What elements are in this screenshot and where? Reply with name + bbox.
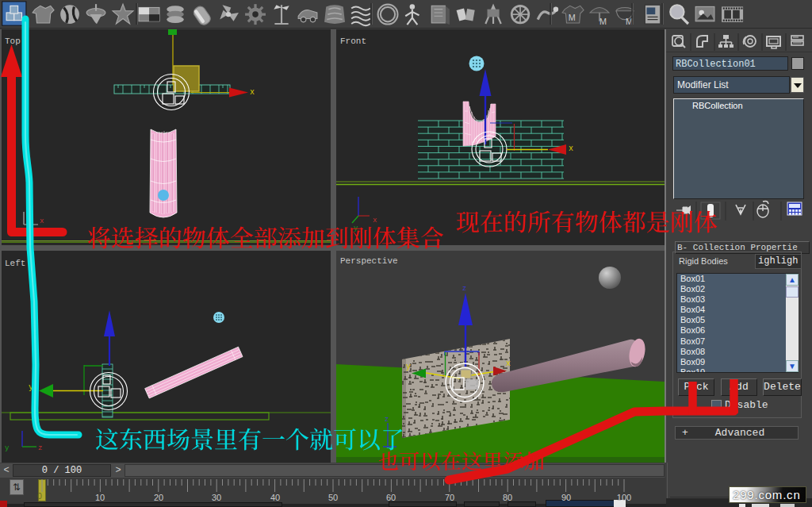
svg-text:Front: Front — [340, 36, 366, 46]
svg-text:M: M — [569, 13, 576, 22]
svg-text:70: 70 — [445, 493, 454, 502]
svg-text:y: y — [406, 363, 411, 371]
svg-text:0: 0 — [37, 492, 42, 501]
svg-text:x: x — [250, 88, 255, 97]
svg-text:z: z — [38, 444, 42, 452]
svg-text:10: 10 — [95, 493, 105, 502]
svg-text:z: z — [385, 416, 389, 424]
svg-text:y: y — [5, 444, 10, 452]
svg-text:x: x — [506, 359, 511, 368]
svg-text:30: 30 — [212, 493, 221, 502]
svg-text:x: x — [569, 144, 573, 153]
svg-text:90: 90 — [561, 493, 571, 502]
svg-text:40: 40 — [270, 493, 280, 502]
svg-text:80: 80 — [503, 493, 512, 502]
svg-text:x: x — [373, 217, 377, 225]
svg-text:50: 50 — [328, 493, 338, 502]
svg-text:Left: Left — [5, 259, 25, 268]
svg-text:x: x — [40, 217, 44, 225]
svg-text:Top: Top — [5, 36, 21, 46]
svg-text:z: z — [462, 285, 466, 293]
svg-text:100: 100 — [617, 493, 631, 502]
svg-text:20: 20 — [154, 493, 163, 502]
svg-text:M: M — [599, 17, 607, 26]
svg-text:60: 60 — [386, 493, 396, 502]
svg-text:Perspective: Perspective — [340, 256, 398, 266]
